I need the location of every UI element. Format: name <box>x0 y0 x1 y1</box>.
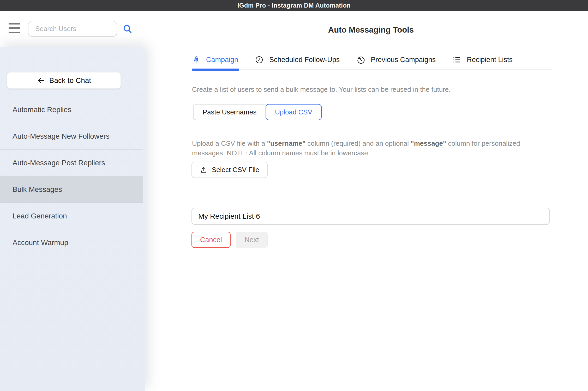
csv-note-username-column: "username" <box>267 139 306 147</box>
select-csv-file-label: Select CSV File <box>212 166 259 174</box>
list-name-input[interactable] <box>191 208 550 225</box>
cancel-button[interactable]: Cancel <box>191 232 231 248</box>
sidebar-item-label: Lead Generation <box>13 212 67 220</box>
csv-note-text: Upload a CSV file with a <box>192 139 267 147</box>
sidebar-item-lead-generation[interactable]: Lead Generation <box>0 203 143 229</box>
paste-usernames-button[interactable]: Paste Usernames <box>193 104 266 120</box>
app-window: IGdm Pro - Instagram DM Automation Back … <box>0 0 588 391</box>
sidebar-item-auto-message-post-repliers[interactable]: Auto-Message Post Repliers <box>0 150 143 176</box>
search-box <box>28 21 117 37</box>
sidebar-item-bulk-messages[interactable]: Bulk Messages <box>0 176 143 203</box>
back-to-chat-label: Back to Chat <box>49 76 91 85</box>
sidebar-item-automatic-replies[interactable]: Automatic Replies <box>0 96 143 123</box>
history-icon <box>356 56 365 64</box>
search-icon[interactable] <box>123 24 133 34</box>
action-buttons: Cancel Next <box>191 232 268 248</box>
upload-icon <box>200 166 208 174</box>
page-title: Auto Messaging Tools <box>192 25 550 35</box>
hamburger-menu-button[interactable] <box>9 23 20 33</box>
tab-label: Previous Campaigns <box>371 56 436 64</box>
tab-scheduled-follow-ups[interactable]: Scheduled Follow-Ups <box>255 50 340 69</box>
back-to-chat-button[interactable]: Back to Chat <box>7 72 121 89</box>
rocket-icon <box>192 56 200 64</box>
sidebar-item-label: Auto-Message New Followers <box>13 132 110 140</box>
window-title: IGdm Pro - Instagram DM Automation <box>237 2 351 9</box>
tab-label: Recipient Lists <box>467 56 513 64</box>
sidebar-item-label: Bulk Messages <box>13 185 62 194</box>
next-button[interactable]: Next <box>236 232 268 248</box>
sidebar-nav: Automatic Replies Auto-Message New Follo… <box>0 96 143 256</box>
tab-campaign[interactable]: Campaign <box>192 50 238 69</box>
csv-note-text: column (required) and an optional <box>305 139 411 147</box>
titlebar: IGdm Pro - Instagram DM Automation <box>0 0 588 11</box>
description-text: Create a list of users to send a bulk me… <box>192 85 451 94</box>
sidebar-item-account-warmup[interactable]: Account Warmup <box>0 229 143 256</box>
csv-note-message-column: "message" <box>411 139 446 147</box>
list-icon <box>452 56 461 64</box>
clock-icon <box>255 56 263 64</box>
sidebar-item-label: Automatic Replies <box>13 106 71 114</box>
search-input[interactable] <box>35 25 123 33</box>
sidebar-item-label: Auto-Message Post Repliers <box>13 159 105 167</box>
csv-note: Upload a CSV file with a "username" colu… <box>192 139 536 158</box>
select-csv-file-button[interactable]: Select CSV File <box>191 162 268 178</box>
sidebar-item-auto-message-new-followers[interactable]: Auto-Message New Followers <box>0 123 143 150</box>
tab-label: Scheduled Follow-Ups <box>269 56 340 64</box>
back-arrow-icon <box>37 76 45 85</box>
input-mode-toggle: Paste Usernames Upload CSV <box>193 104 322 120</box>
upload-csv-button[interactable]: Upload CSV <box>266 104 322 120</box>
tab-previous-campaigns[interactable]: Previous Campaigns <box>356 50 436 69</box>
sidebar: Back to Chat Automatic Replies Auto-Mess… <box>0 47 145 391</box>
tab-label: Campaign <box>206 56 238 64</box>
sidebar-item-label: Account Warmup <box>13 239 68 247</box>
tab-bar: Campaign Scheduled Follow-Ups Previous C… <box>192 50 553 70</box>
tab-recipient-lists[interactable]: Recipient Lists <box>452 50 513 69</box>
